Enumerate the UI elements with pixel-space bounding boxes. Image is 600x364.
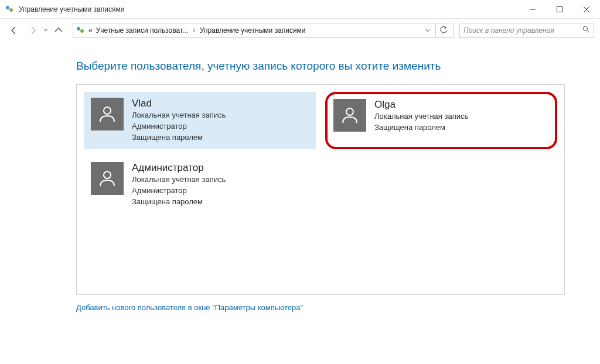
user-avatar-icon (91, 162, 124, 195)
svg-point-1 (9, 8, 13, 12)
search-icon[interactable] (582, 26, 590, 35)
svg-point-10 (104, 107, 111, 114)
breadcrumb-item[interactable]: Учетные записи пользоват... (96, 26, 188, 35)
address-icon (76, 26, 85, 35)
up-button[interactable] (50, 22, 67, 39)
account-detail: Защищена паролем (132, 132, 226, 143)
navbar: « Учетные записи пользоват... Управление… (0, 19, 600, 42)
account-detail: Защищена паролем (374, 122, 468, 133)
svg-point-7 (80, 29, 84, 33)
chevron-right-icon (192, 28, 196, 34)
svg-point-8 (583, 26, 587, 30)
svg-point-12 (104, 171, 111, 178)
address-dropdown[interactable] (423, 28, 432, 34)
user-avatar-icon (91, 98, 124, 131)
refresh-button[interactable] (435, 23, 451, 38)
close-button[interactable] (573, 0, 600, 18)
app-icon (5, 5, 14, 14)
window-controls (519, 0, 600, 18)
account-name: Olga (374, 99, 468, 111)
account-detail: Защищена паролем (132, 197, 226, 207)
page-heading: Выберите пользователя, учетную запись ко… (76, 60, 565, 73)
svg-rect-3 (557, 6, 562, 12)
account-info: АдминистраторЛокальная учетная записьАдм… (132, 162, 226, 208)
account-detail: Локальная учетная запись (374, 111, 468, 122)
account-detail: Администратор (132, 121, 226, 132)
account-detail: Локальная учетная запись (132, 110, 226, 121)
accounts-list: VladЛокальная учетная записьАдминистрато… (76, 84, 565, 295)
account-info: OlgaЛокальная учетная записьЗащищена пар… (374, 99, 468, 133)
account-name: Vlad (132, 98, 226, 109)
breadcrumb-item[interactable]: Управление учетными записями (200, 26, 305, 35)
history-dropdown[interactable] (43, 28, 48, 33)
maximize-button[interactable] (546, 0, 573, 18)
account-info: VladЛокальная учетная записьАдминистрато… (132, 98, 226, 143)
back-button[interactable] (6, 22, 22, 39)
minimize-button[interactable] (519, 0, 546, 18)
svg-point-0 (6, 6, 9, 9)
account-detail: Администратор (132, 186, 226, 196)
account-name: Администратор (132, 162, 226, 174)
user-avatar-icon (333, 99, 366, 132)
titlebar: Управление учетными записями (0, 0, 600, 19)
content: Выберите пользователя, учетную запись ко… (0, 42, 600, 324)
account-detail: Локальная учетная запись (132, 174, 226, 185)
add-user-link[interactable]: Добавить нового пользователя в окне "Пар… (76, 303, 303, 312)
address-bar[interactable]: « Учетные записи пользоват... Управление… (73, 23, 454, 38)
search-box[interactable] (459, 23, 594, 38)
window-title: Управление учетными записями (19, 5, 519, 13)
svg-line-9 (587, 30, 589, 32)
account-card[interactable]: АдминистраторЛокальная учетная записьАдм… (84, 156, 316, 214)
search-input[interactable] (463, 26, 582, 35)
svg-point-11 (346, 108, 353, 115)
account-card[interactable]: VladЛокальная учетная записьАдминистрато… (84, 92, 316, 149)
breadcrumb-prefix: « (88, 26, 93, 35)
forward-button[interactable] (25, 22, 41, 39)
account-card[interactable]: OlgaЛокальная учетная записьЗащищена пар… (325, 92, 557, 149)
svg-point-6 (77, 27, 80, 30)
